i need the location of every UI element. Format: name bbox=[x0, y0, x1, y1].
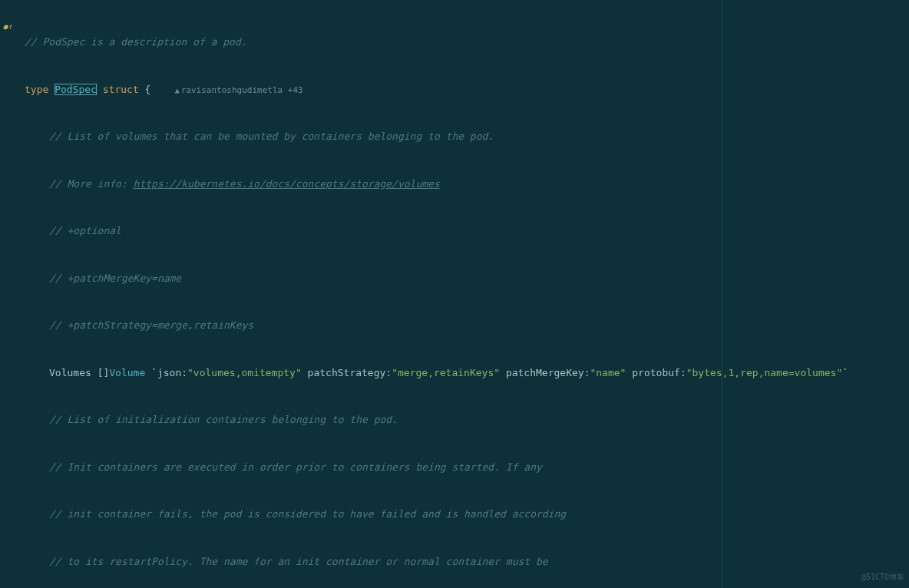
code-line: // List of initialization containers bel… bbox=[21, 412, 909, 428]
code-line: // +patchMergeKey=name bbox=[21, 271, 909, 287]
code-line: // More info: https://kubernetes.io/docs… bbox=[21, 177, 909, 193]
vcs-change-icon[interactable]: ●↑ bbox=[3, 19, 15, 31]
author-inlay[interactable]: ravisantoshgudimetla +43 bbox=[181, 85, 303, 95]
editor-gutter[interactable]: ●↑ bbox=[0, 0, 21, 588]
code-line: // List of volumes that can be mounted b… bbox=[21, 129, 909, 145]
code-line: // init container fails, the pod is cons… bbox=[21, 507, 909, 523]
watermark: @51CTO博客 bbox=[861, 570, 904, 586]
doc-link[interactable]: https://kubernetes.io/docs/concepts/stor… bbox=[134, 178, 440, 190]
code-line: // to its restartPolicy. The name for an… bbox=[21, 554, 909, 570]
author-icon: ▲ bbox=[175, 86, 180, 94]
code-editor[interactable]: // PodSpec is a description of a pod. ty… bbox=[21, 3, 909, 588]
keyword-struct: struct bbox=[103, 84, 139, 95]
code-line: // +optional bbox=[21, 223, 909, 239]
code-line: // Init containers are executed in order… bbox=[21, 460, 909, 476]
code-line-type-decl: type PodSpec struct { ▲ravisantoshgudime… bbox=[21, 82, 909, 98]
keyword-type: type bbox=[25, 84, 48, 95]
type-podspec: PodSpec bbox=[55, 84, 97, 95]
code-line: // +patchStrategy=merge,retainKeys bbox=[21, 318, 909, 334]
code-line-field-volumes: Volumes []Volume `json:"volumes,omitempt… bbox=[21, 365, 909, 382]
code-line: // PodSpec is a description of a pod. bbox=[21, 35, 909, 51]
